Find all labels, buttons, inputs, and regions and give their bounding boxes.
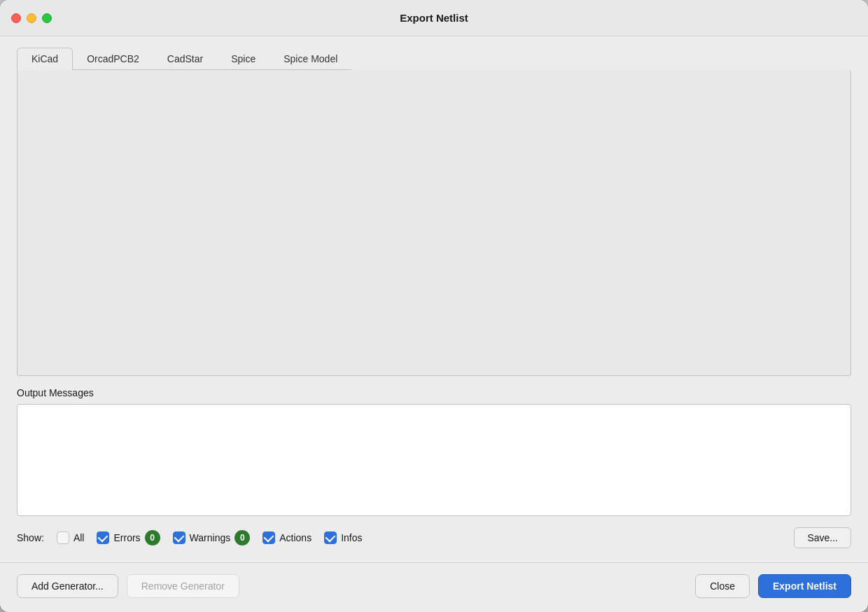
tab-spice[interactable]: Spice: [217, 48, 270, 70]
save-button[interactable]: Save...: [794, 527, 851, 548]
all-checkbox[interactable]: [57, 531, 69, 544]
export-netlist-window: Export Netlist KiCad OrcadPCB2 CadStar S…: [0, 0, 868, 612]
errors-badge: 0: [145, 530, 160, 545]
all-checkbox-group: All: [57, 531, 85, 544]
remove-generator-button: Remove Generator: [127, 574, 239, 598]
infos-checkbox[interactable]: [324, 531, 337, 544]
infos-label: Infos: [341, 532, 362, 543]
infos-checkbox-group: Infos: [324, 531, 362, 544]
close-button[interactable]: [11, 13, 21, 23]
traffic-lights: [11, 13, 52, 23]
show-controls: Show: All Errors 0 Warnings 0 Actio: [17, 527, 851, 548]
all-label: All: [74, 532, 85, 543]
actions-checkbox-group: Actions: [262, 531, 312, 544]
warnings-checkbox-group: Warnings 0: [173, 530, 251, 545]
actions-label: Actions: [279, 532, 312, 543]
close-dialog-button[interactable]: Close: [695, 574, 750, 598]
maximize-button[interactable]: [42, 13, 52, 23]
output-label: Output Messages: [17, 387, 851, 398]
show-label: Show:: [17, 532, 44, 543]
export-netlist-button[interactable]: Export Netlist: [758, 574, 851, 598]
tab-kicad[interactable]: KiCad: [17, 48, 73, 70]
tabs-container: KiCad OrcadPCB2 CadStar Spice Spice Mode…: [17, 48, 851, 70]
bottom-bar: Add Generator... Remove Generator Close …: [0, 562, 868, 612]
tab-panel-kicad: [17, 70, 851, 376]
title-bar: Export Netlist: [0, 0, 868, 36]
warnings-label: Warnings: [190, 532, 231, 543]
window-title: Export Netlist: [400, 12, 468, 24]
add-generator-button[interactable]: Add Generator...: [17, 574, 118, 598]
tab-spice-model[interactable]: Spice Model: [270, 48, 351, 70]
errors-label: Errors: [113, 532, 140, 543]
errors-checkbox[interactable]: [97, 531, 109, 544]
minimize-button[interactable]: [27, 13, 36, 23]
warnings-badge: 0: [234, 530, 250, 545]
warnings-checkbox[interactable]: [173, 531, 186, 544]
main-content: KiCad OrcadPCB2 CadStar Spice Spice Mode…: [0, 36, 868, 562]
output-textarea[interactable]: [17, 404, 851, 516]
tab-cadstar[interactable]: CadStar: [153, 48, 217, 70]
errors-checkbox-group: Errors 0: [97, 530, 160, 545]
tab-orcadpcb2[interactable]: OrcadPCB2: [73, 48, 153, 70]
output-section: Output Messages: [17, 387, 851, 519]
actions-checkbox[interactable]: [262, 531, 275, 544]
